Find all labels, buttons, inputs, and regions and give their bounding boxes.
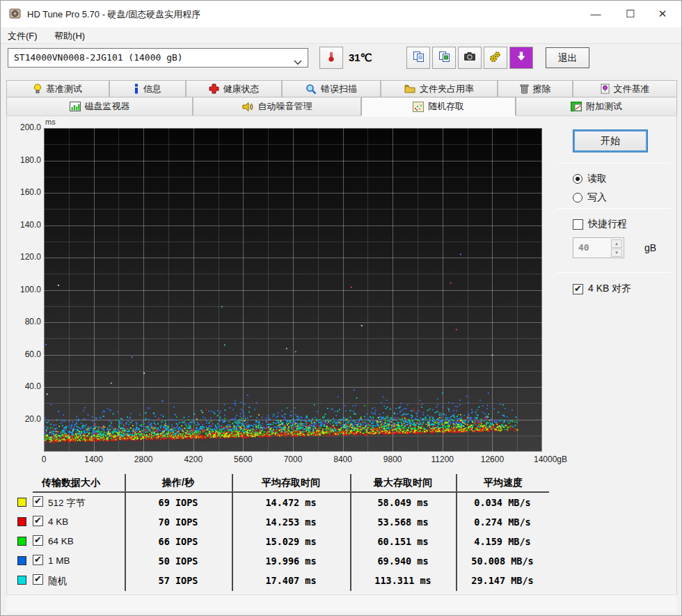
exit-button[interactable]: 退出 (546, 47, 589, 68)
copy-image-button[interactable] (432, 47, 456, 69)
health-cross-icon (209, 84, 219, 94)
separator (557, 272, 670, 273)
col-header-ops: 操作/秒 (133, 477, 223, 489)
toolbar: ST14000VN0008-2JG101 (14000 gB) 31℃ 退出 (1, 44, 681, 79)
col-header-transfer-size: 传输数据大小 (26, 477, 116, 489)
window-title: HD Tune Pro 5.70 - 硬盘/固态硬盘实用程序 (27, 8, 200, 21)
tab-random-access[interactable]: 随机存取 (361, 97, 516, 116)
file-bulb-icon (601, 84, 610, 94)
series-visibility-checkbox[interactable] (33, 574, 43, 585)
tab-erase[interactable]: 擦除 (498, 80, 573, 97)
mini-chart-icon (571, 102, 582, 111)
tab-strip-row2: 磁盘监视器 自动噪音管理 随机存取 附加测试 (6, 97, 677, 116)
series-visibility-checkbox[interactable] (33, 496, 43, 507)
info-icon (134, 84, 139, 94)
speaker-icon (242, 102, 254, 112)
spin-up-button[interactable]: ▲ (611, 239, 622, 248)
cell-avg: 15.029 ms (232, 536, 350, 547)
cell-speed: 29.147 MB/s (443, 575, 562, 586)
start-button[interactable]: 开始 (573, 129, 648, 152)
maximize-button[interactable]: ☐ (614, 1, 647, 27)
menu-help[interactable]: 帮助(H) (47, 27, 92, 45)
cell-speed: 4.159 MB/s (443, 536, 562, 547)
copy-image-icon (438, 51, 450, 65)
tab-error-scan[interactable]: 错误扫描 (282, 80, 381, 97)
tab-file-benchmark[interactable]: 文件基准 (573, 80, 677, 97)
tab-label: 基准测试 (46, 83, 82, 95)
cell-iops: 70 IOPS (119, 516, 237, 528)
col-header-avg-access: 平均存取时间 (242, 477, 340, 489)
cell-iops: 69 IOPS (119, 497, 237, 508)
cell-iops: 57 IOPS (119, 575, 237, 586)
download-button[interactable] (509, 47, 533, 69)
write-option[interactable]: 写入 (573, 191, 607, 204)
drive-select[interactable]: ST14000VN0008-2JG101 (14000 gB) (8, 48, 308, 68)
column-divider (456, 474, 457, 591)
cell-avg: 14.472 ms (232, 497, 350, 508)
column-divider (232, 474, 233, 591)
read-radio[interactable] (573, 174, 582, 184)
short-stroke-checkbox[interactable] (573, 219, 583, 230)
tab-strip-row1: 基准测试 信息 健康状态 错误扫描 文件夹占用率 擦除 文件基准 (6, 80, 677, 97)
tab-folder-usage[interactable]: 文件夹占用率 (381, 80, 498, 97)
tab-health[interactable]: 健康状态 (186, 80, 282, 97)
read-option[interactable]: 读取 (573, 173, 607, 185)
series-color-swatch (17, 537, 26, 546)
series-visibility-checkbox[interactable] (33, 516, 43, 526)
series-label: 512 字节 (48, 497, 85, 510)
magnifier-icon (306, 84, 317, 95)
short-stroke-unit-label: gB (644, 242, 656, 253)
y-tick-label: 180.0 (6, 155, 41, 165)
close-button[interactable]: ✕ (647, 1, 679, 27)
tab-info[interactable]: 信息 (109, 80, 186, 97)
series-visibility-checkbox[interactable] (33, 555, 43, 565)
cell-avg: 14.253 ms (232, 516, 350, 528)
options-button[interactable] (484, 47, 507, 69)
screenshot-button[interactable] (458, 47, 482, 69)
copy-text-icon (413, 51, 425, 65)
access-time-scatter-chart (44, 128, 542, 452)
align-4kb-label: 4 KB 对齐 (588, 283, 631, 295)
series-label: 4 KB (48, 516, 68, 527)
cell-speed: 50.008 MB/s (443, 555, 562, 567)
spin-down-button[interactable]: ▼ (611, 248, 622, 257)
download-arrow-icon (516, 51, 527, 65)
tab-label: 错误扫描 (321, 83, 357, 95)
series-visibility-checkbox[interactable] (33, 535, 43, 546)
series-color-swatch (17, 517, 26, 526)
col-header-avg-speed: 平均速度 (454, 477, 552, 489)
temperature-button[interactable] (319, 47, 343, 69)
cell-avg: 17.407 ms (232, 575, 350, 586)
separator (557, 208, 670, 209)
tab-aam[interactable]: 自动噪音管理 (193, 97, 361, 116)
app-window: HD Tune Pro 5.70 - 硬盘/固态硬盘实用程序 — ☐ ✕ 文件(… (0, 0, 682, 616)
align-4kb-checkbox[interactable] (573, 284, 583, 294)
tab-extra-tests[interactable]: 附加测试 (516, 97, 677, 116)
cell-speed: 0.034 MB/s (443, 497, 562, 508)
tab-label: 信息 (143, 83, 161, 95)
series-label: 随机 (48, 575, 67, 587)
trash-icon (520, 84, 529, 94)
y-axis-unit-label: ms (45, 118, 56, 126)
short-stroke-size-input[interactable]: 40 ▲ ▼ (573, 237, 624, 258)
tab-label: 文件夹占用率 (420, 83, 474, 95)
chevron-down-icon (294, 54, 302, 72)
column-divider (125, 474, 126, 591)
tab-benchmark[interactable]: 基准测试 (6, 80, 109, 97)
menu-file[interactable]: 文件(F) (1, 27, 45, 45)
gears-icon (489, 51, 502, 65)
y-tick-label: 80.0 (6, 317, 41, 326)
scatter-dots-icon (413, 102, 424, 112)
app-logo-icon (9, 8, 22, 23)
series-label: 1 MB (48, 555, 70, 566)
tab-disk-monitor[interactable]: 磁盘监视器 (6, 97, 193, 116)
y-tick-label: 160.0 (6, 187, 41, 197)
write-label: 写入 (587, 191, 607, 204)
align-option[interactable]: 4 KB 对齐 (573, 283, 631, 295)
copy-text-button[interactable] (406, 47, 430, 69)
write-radio[interactable] (573, 193, 582, 203)
read-label: 读取 (587, 173, 607, 185)
minimize-button[interactable]: — (580, 1, 612, 27)
drive-select-value: ST14000VN0008-2JG101 (14000 gB) (14, 52, 183, 63)
short-stroke-option[interactable]: 快捷行程 (573, 218, 627, 230)
